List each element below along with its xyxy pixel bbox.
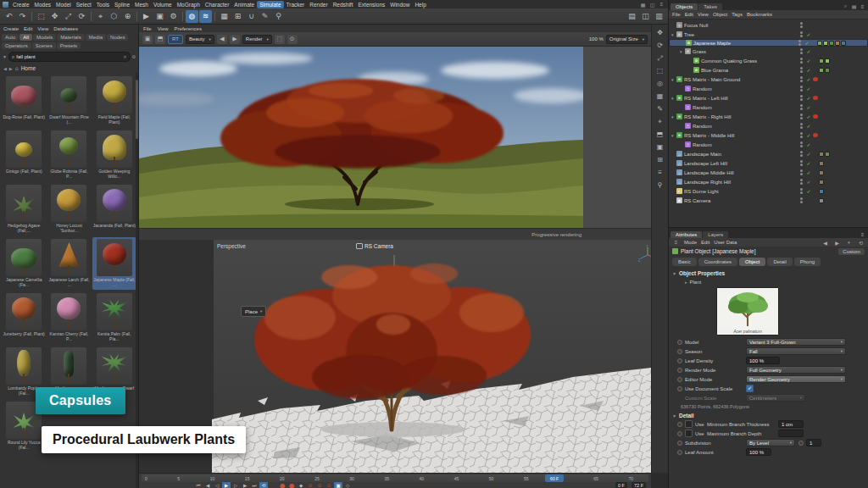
play-button[interactable]: ▶ [222,482,231,488]
object-row[interactable]: ▾ ⊞ RS Matrix - Middle Hill ✓ [669,130,868,140]
object-row[interactable]: ▾ ⊞ RS Matrix - Main Ground ✓ [669,75,868,84]
anim-dot[interactable] [677,450,682,455]
attribute-tab-button[interactable]: Basic [672,258,697,266]
menu-item[interactable]: Help [412,1,428,8]
use-document-scale-checkbox[interactable] [746,385,754,392]
search-input[interactable]: ⌕ ✕ [8,52,131,62]
separator[interactable] [91,12,92,21]
place-tool-chip[interactable]: Place ▾ [241,306,266,317]
rs-object-tag[interactable] [813,58,818,63]
anim-dot[interactable] [677,441,682,446]
rs-object-tag[interactable] [813,114,818,119]
object-name[interactable]: Random [693,86,800,92]
goto-start-button[interactable]: ⏮ [194,482,203,488]
separator[interactable] [31,12,32,21]
panel-tab[interactable]: Attributes [670,231,702,238]
rs-object-tag[interactable] [813,86,818,91]
asset-tab[interactable]: All [19,34,32,41]
menu-item[interactable]: Character [203,1,232,8]
object-name[interactable]: Random [693,105,800,110]
anim-dot[interactable] [677,349,682,354]
object-name[interactable]: RS Matrix - Main Ground [684,77,800,82]
object-row[interactable]: ✿ Common Quaking Grass ✓ [669,56,868,65]
leaf-density-input[interactable]: 100 % [746,357,780,364]
menu-item[interactable]: Volume [151,1,175,8]
menu-item[interactable]: Select [74,1,94,8]
render-mode-select[interactable]: Full Geometry▾ [746,366,846,374]
object-row[interactable]: ▾ ⊘ Tree ✓ [669,30,868,39]
region-icon[interactable]: ⬚ [275,35,285,44]
material-tag[interactable] [819,170,824,175]
visibility-toggles[interactable] [800,197,805,203]
object-row[interactable]: ◳ Random ✓ [669,140,868,149]
strip-selection-icon[interactable]: ⬚ [654,65,666,76]
object-row[interactable]: ▣ RS Camera [669,196,868,205]
menu-item[interactable]: Mesh [132,1,151,8]
record-position-button[interactable]: ⊙ [306,482,314,488]
loop-button[interactable]: ⟲ [259,482,268,488]
om-menu-item[interactable]: Tags [732,12,743,17]
material-tag[interactable] [829,41,834,46]
keyframe-button[interactable]: ◆ [297,482,305,488]
object-name[interactable]: Random [693,124,800,129]
viewport-label[interactable]: Perspective [217,243,246,249]
object-row[interactable]: ◳ Random ✓ [669,103,868,112]
filter-dropdown-icon[interactable]: ▼ [3,54,7,59]
attribute-tab-button[interactable]: Coordinates [698,258,737,266]
strip-render-icon[interactable]: ▣ [654,141,666,152]
prev-frame-button[interactable]: ◁ [213,482,221,488]
object-row[interactable]: ▾ ⊞ RS Matrix - Left Hill ✓ [669,93,868,103]
object-name[interactable]: Blue Grama [701,68,800,73]
object-row[interactable]: ◳ Random ✓ [669,121,868,130]
strip-view-icon[interactable]: ⬒ [654,129,666,140]
record-rotation-button[interactable]: ⊙ [325,482,333,488]
object-name[interactable]: Tree [684,32,800,37]
layout-animate-icon[interactable]: ◫ [639,10,652,23]
menu-item[interactable]: Redshift [331,1,356,8]
anim-dot[interactable] [798,441,804,446]
menu-item[interactable]: Window [387,1,412,8]
anim-dot[interactable] [677,386,682,391]
dynamics-toggle-icon[interactable]: ≋ [199,10,212,23]
asset-subtab[interactable]: Operators [2,42,31,49]
menu-item[interactable]: Model [53,1,74,8]
lock-icon[interactable]: ⌖ [845,239,853,247]
interface-icon[interactable]: ▦ [639,1,647,8]
enable-toggle[interactable]: ✓ [805,179,812,185]
om-menu-item[interactable]: Bookmarks [747,12,772,17]
forward-icon[interactable]: ▶ [833,239,841,247]
enable-toggle[interactable]: ✓ [805,141,812,147]
search-field[interactable] [16,54,121,59]
enable-toggle[interactable]: ✓ [805,188,812,194]
rs-object-tag[interactable] [813,68,818,72]
editor-mode-select[interactable]: Render Geometry▾ [746,375,846,383]
expand-icon[interactable]: ▸ [685,280,687,285]
render-canvas[interactable] [139,47,651,228]
detail-section-header[interactable]: ▼ Detail [669,410,868,419]
anim-dot[interactable] [677,358,682,363]
object-name[interactable]: RS Matrix - Right Hill [684,114,800,119]
anim-dot[interactable] [677,431,682,436]
rs-object-tag[interactable] [813,198,818,202]
asset-item[interactable]: Dog-Rose (Fall, Plant) [2,75,46,127]
object-row[interactable]: △ Landscape Main ✓ [669,149,868,158]
enable-toggle[interactable]: ✓ [805,67,812,73]
object-name[interactable]: RS Matrix - Left Hill [684,96,800,101]
material-tag[interactable] [819,198,824,203]
search-settings-icon[interactable]: ⚙ [132,54,136,59]
material-tag[interactable] [819,180,824,185]
material-tag[interactable] [825,68,830,73]
asset-menu-item[interactable]: Create [3,26,19,31]
enable-toggle[interactable]: ✓ [805,48,812,54]
pick-icon[interactable]: ⊙ [287,35,298,44]
material-tag[interactable] [819,68,824,73]
clear-search-icon[interactable]: ✕ [123,54,126,59]
section-header[interactable]: ▼ Object Properties [669,268,868,277]
menu-item[interactable]: Simulate [257,1,283,8]
enable-toggle[interactable]: ✓ [805,86,812,92]
timeline-ruler[interactable]: 0510152025303540455055606570 60 F [142,474,648,482]
layout-icon[interactable]: ◫ [648,1,656,8]
back-icon[interactable]: ◀ [3,66,7,71]
snap-icon[interactable]: ⚲ [272,10,285,23]
redo-icon[interactable]: ↷ [16,10,29,23]
